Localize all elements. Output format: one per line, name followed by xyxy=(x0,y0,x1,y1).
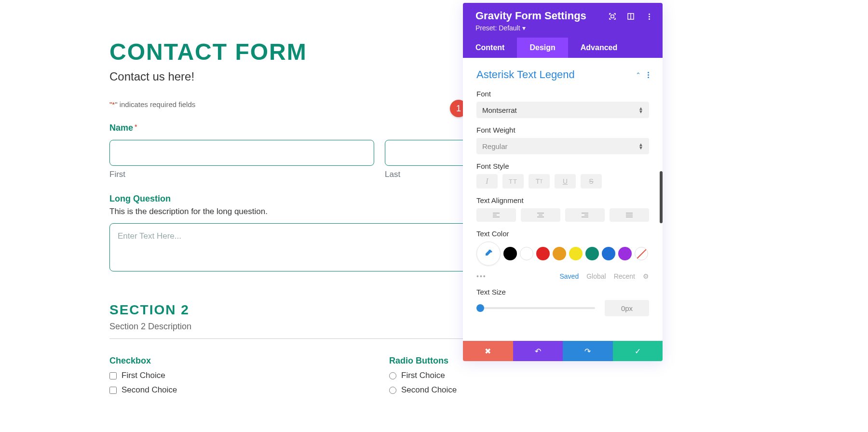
close-icon: ✖ xyxy=(485,347,491,356)
font-style-label: Font Style xyxy=(476,162,649,170)
checkbox-field: Checkbox First Choice Second Choice xyxy=(109,356,370,395)
checkbox-option-1[interactable]: First Choice xyxy=(109,371,370,380)
radio-option-1[interactable]: First Choice xyxy=(389,371,650,380)
check-icon: ✓ xyxy=(635,347,641,356)
caret-down-icon: ▾ xyxy=(522,24,526,32)
text-size-input[interactable] xyxy=(605,300,649,316)
italic-button[interactable]: I xyxy=(476,174,498,189)
required-asterisk: * xyxy=(135,123,137,131)
smallcaps-button[interactable]: TT xyxy=(529,174,550,189)
preset-dropdown[interactable]: Preset: Default ▾ xyxy=(475,24,650,32)
color-swatch-yellow[interactable] xyxy=(569,247,583,260)
first-name-input[interactable] xyxy=(109,140,374,166)
more-horizontal-icon[interactable]: ••• xyxy=(476,272,487,280)
text-color-label: Text Color xyxy=(476,230,649,238)
eyedropper-icon xyxy=(484,249,493,258)
more-vertical-icon[interactable] xyxy=(648,72,649,78)
checkbox-1[interactable] xyxy=(109,372,117,379)
tab-design[interactable]: Design xyxy=(517,38,568,58)
color-swatch-blue[interactable] xyxy=(602,247,615,260)
text-size-label: Text Size xyxy=(476,288,649,296)
select-arrows-icon: ▲▼ xyxy=(638,143,643,149)
color-swatch-none[interactable] xyxy=(635,247,648,260)
panel-tabs: Content Design Advanced xyxy=(463,38,663,58)
align-justify-button[interactable] xyxy=(610,208,649,222)
text-size-slider[interactable] xyxy=(476,307,595,309)
color-swatch-purple[interactable] xyxy=(618,247,632,260)
panel-header: Gravity Form Settings Preset: Default ▾ xyxy=(463,3,663,38)
name-label: Name xyxy=(109,123,133,133)
gear-icon[interactable]: ⚙ xyxy=(643,272,649,280)
uppercase-button[interactable]: TT xyxy=(502,174,524,189)
align-center-button[interactable] xyxy=(521,208,560,222)
tab-advanced[interactable]: Advanced xyxy=(568,38,630,58)
redo-icon: ↷ xyxy=(584,347,591,356)
panel-body[interactable]: Asterisk Text Legend ⌃ Font Montserrat ▲… xyxy=(463,58,663,341)
svg-rect-0 xyxy=(611,15,614,18)
checkbox-label: Checkbox xyxy=(109,356,370,366)
color-tab-recent[interactable]: Recent xyxy=(614,272,635,280)
radio-option-2[interactable]: Second Choice xyxy=(389,385,650,395)
select-arrows-icon: ▲▼ xyxy=(638,107,643,113)
undo-icon: ↶ xyxy=(535,347,541,356)
first-name-sublabel: First xyxy=(109,170,374,179)
radio-2[interactable] xyxy=(389,387,396,394)
section-title-asterisk-legend[interactable]: Asterisk Text Legend xyxy=(476,68,575,81)
radio-field: Radio Buttons First Choice Second Choice xyxy=(389,356,650,395)
checkbox-2[interactable] xyxy=(109,387,117,394)
more-vertical-icon[interactable] xyxy=(645,13,653,20)
color-swatch-white[interactable] xyxy=(520,247,533,260)
font-label: Font xyxy=(476,90,649,98)
columns-icon[interactable] xyxy=(627,13,635,20)
tab-content[interactable]: Content xyxy=(463,38,517,58)
radio-1[interactable] xyxy=(389,372,396,379)
checkbox-option-2[interactable]: Second Choice xyxy=(109,385,370,395)
underline-button[interactable]: U xyxy=(555,174,576,189)
align-right-button[interactable] xyxy=(565,208,605,222)
panel-footer: ✖ ↶ ↷ ✓ xyxy=(463,341,663,361)
save-button[interactable]: ✓ xyxy=(613,341,663,361)
undo-button[interactable]: ↶ xyxy=(513,341,563,361)
font-select[interactable]: Montserrat ▲▼ xyxy=(476,102,649,118)
color-picker-button[interactable] xyxy=(476,242,501,266)
color-swatch-teal[interactable] xyxy=(585,247,599,260)
color-swatch-orange[interactable] xyxy=(553,247,566,260)
redo-button[interactable]: ↷ xyxy=(563,341,613,361)
font-weight-label: Font Weight xyxy=(476,126,649,134)
text-align-label: Text Alignment xyxy=(476,196,649,204)
color-swatch-red[interactable] xyxy=(536,247,550,260)
align-left-button[interactable] xyxy=(476,208,516,222)
strikethrough-button[interactable]: S xyxy=(581,174,602,189)
color-tab-saved[interactable]: Saved xyxy=(559,272,579,280)
scrollbar[interactable] xyxy=(660,171,663,223)
cancel-button[interactable]: ✖ xyxy=(463,341,513,361)
slider-thumb[interactable] xyxy=(476,304,484,312)
color-tab-global[interactable]: Global xyxy=(586,272,606,280)
expand-icon[interactable] xyxy=(609,13,616,20)
chevron-up-icon[interactable]: ⌃ xyxy=(636,71,641,79)
settings-panel: Gravity Form Settings Preset: Default ▾ … xyxy=(463,3,663,361)
font-weight-select[interactable]: Regular ▲▼ xyxy=(476,138,649,154)
color-swatch-black[interactable] xyxy=(503,247,517,260)
